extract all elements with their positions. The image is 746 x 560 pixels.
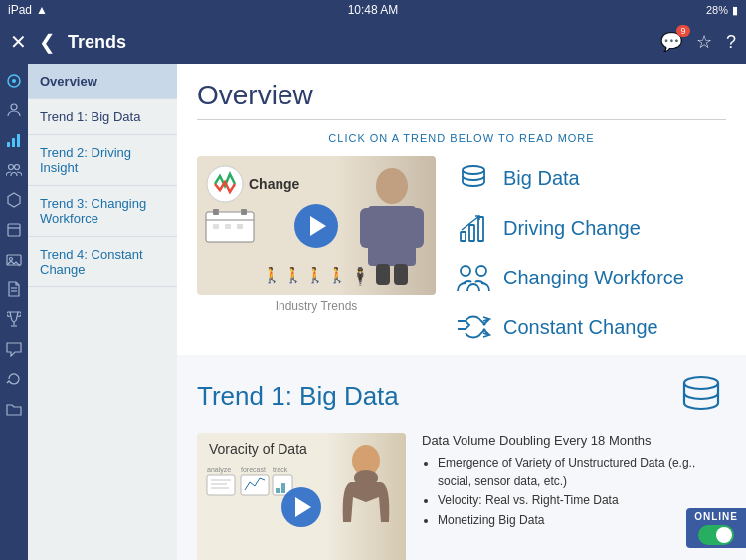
- database-icon: [458, 162, 489, 194]
- overview-video: Change: [197, 156, 436, 313]
- svg-rect-45: [241, 475, 269, 495]
- main-layout: Overview Trend 1: Big Data Trend 2: Driv…: [0, 64, 746, 560]
- sidebar-icon-document[interactable]: [3, 279, 25, 300]
- star-button[interactable]: ☆: [696, 31, 712, 53]
- sidebar-item-trend3[interactable]: Trend 3: Changing Workforce: [28, 186, 177, 237]
- online-label: ONLINE: [694, 511, 738, 522]
- trend1-subtitle: Data Volume Doubling Every 18 Months: [422, 433, 726, 448]
- battery-label: 28%: [706, 4, 728, 16]
- close-button[interactable]: ✕: [10, 30, 27, 54]
- sidebar: Overview Trend 1: Big Data Trend 2: Driv…: [0, 64, 177, 560]
- trend1-database-icon: [676, 371, 726, 421]
- comment-badge: 9: [676, 25, 690, 37]
- sidebar-icon-people[interactable]: [3, 159, 25, 181]
- svg-point-1: [12, 79, 16, 83]
- sidebar-icon-strip: [0, 64, 28, 560]
- sidebar-icon-chat[interactable]: [3, 338, 25, 360]
- header: ✕ ❮ Trends 💬 9 ☆ ?: [0, 20, 746, 64]
- shuffle-icon: [456, 313, 491, 341]
- driving-icon: [456, 210, 491, 246]
- data-sketch: analyze forecast track: [205, 461, 294, 530]
- overview-section: Overview CLICK ON A TREND BELOW TO READ …: [177, 64, 746, 355]
- person2-silhouette: [331, 443, 401, 552]
- svg-rect-4: [12, 138, 15, 147]
- sidebar-icon-home[interactable]: [3, 70, 25, 92]
- trend-link-workforce[interactable]: Changing Workforce: [456, 260, 726, 295]
- people-icon: [456, 262, 491, 293]
- sidebar-icon-chart[interactable]: [3, 129, 25, 151]
- svg-point-38: [684, 377, 718, 389]
- play-triangle: [310, 216, 326, 236]
- sidebar-icon-trophy[interactable]: [3, 308, 25, 330]
- play-button[interactable]: [294, 204, 338, 248]
- svg-rect-33: [461, 232, 466, 241]
- svg-rect-35: [478, 217, 483, 241]
- sidebar-icon-folder[interactable]: [3, 398, 25, 420]
- header-actions: 💬 9 ☆ ?: [660, 31, 736, 53]
- trend1-info: Data Volume Doubling Every 18 Months Eme…: [422, 433, 726, 530]
- bullet-2: Velocity: Real vs. Right-Time Data: [438, 491, 726, 510]
- chart-up-icon: [458, 212, 489, 244]
- trend-link-bigdata[interactable]: Big Data: [456, 160, 726, 196]
- help-button[interactable]: ?: [726, 32, 736, 53]
- svg-point-2: [11, 104, 17, 110]
- svg-rect-48: [276, 488, 280, 493]
- workforce-label: Changing Workforce: [503, 267, 684, 289]
- video-thumbnail[interactable]: Change: [197, 156, 436, 295]
- bullet-1: Emergence of Variety of Unstructured Dat…: [438, 454, 726, 491]
- constant-label: Constant Change: [503, 316, 658, 339]
- svg-rect-3: [7, 142, 10, 147]
- trend1-video: Voracity of Data analyze forecast: [197, 433, 406, 560]
- comment-button[interactable]: 💬 9: [660, 31, 682, 53]
- trend1-section: Trend 1: Big Data Voracity of Data: [177, 355, 746, 560]
- sidebar-item-overview[interactable]: Overview: [28, 64, 177, 99]
- ipad-label: iPad: [8, 3, 32, 17]
- trend1-video-thumb[interactable]: Voracity of Data analyze forecast: [197, 433, 406, 560]
- stick-figure-row: 🚶 🚶 🚶 🚶 🕴️: [262, 266, 371, 287]
- voracity-title: Voracity of Data: [209, 441, 307, 457]
- svg-point-36: [461, 266, 470, 276]
- svg-text:analyze: analyze: [207, 467, 231, 474]
- svg-rect-49: [281, 483, 285, 493]
- svg-point-12: [10, 258, 13, 261]
- svg-marker-8: [8, 193, 20, 207]
- svg-rect-34: [469, 225, 474, 241]
- sidebar-icon-box[interactable]: [3, 219, 25, 241]
- online-badge: ONLINE: [686, 508, 746, 548]
- back-button[interactable]: ❮: [39, 30, 56, 54]
- trend1-body: Voracity of Data analyze forecast: [197, 433, 726, 560]
- trend1-icon: [676, 371, 726, 421]
- content-area: Overview CLICK ON A TREND BELOW TO READ …: [177, 64, 746, 560]
- sidebar-item-trend2[interactable]: Trend 2: Driving Insight: [28, 135, 177, 186]
- svg-point-7: [15, 165, 20, 170]
- sidebar-icon-hex[interactable]: [3, 189, 25, 211]
- svg-text:track: track: [273, 467, 288, 473]
- svg-rect-5: [17, 134, 20, 147]
- overview-divider: [197, 119, 726, 120]
- sidebar-icon-image[interactable]: [3, 249, 25, 271]
- svg-point-32: [463, 166, 484, 174]
- overview-body: Change: [197, 156, 726, 345]
- svg-rect-9: [8, 224, 20, 236]
- trend-link-constant[interactable]: Constant Change: [456, 309, 726, 345]
- toggle-knob: [716, 527, 732, 543]
- driving-label: Driving Change: [503, 217, 641, 240]
- online-toggle[interactable]: [698, 525, 734, 545]
- sidebar-item-trend1[interactable]: Trend 1: Big Data: [28, 99, 177, 135]
- trend1-title: Trend 1: Big Data: [197, 381, 399, 412]
- trend-link-driving[interactable]: Driving Change: [456, 210, 726, 246]
- sidebar-icon-refresh[interactable]: [3, 368, 25, 390]
- sidebar-item-trend4[interactable]: Trend 4: Constant Change: [28, 237, 177, 287]
- wifi-icon: ▲: [36, 3, 48, 17]
- bigdata-icon: [456, 160, 491, 196]
- time: 10:48 AM: [348, 3, 399, 17]
- svg-point-6: [9, 165, 14, 170]
- trend1-bullets: Emergence of Variety of Unstructured Dat…: [422, 454, 726, 530]
- bigdata-label: Big Data: [503, 167, 580, 190]
- svg-text:forecast: forecast: [241, 467, 266, 473]
- battery-icon: ▮: [732, 4, 738, 17]
- sidebar-nav: Overview Trend 1: Big Data Trend 2: Driv…: [28, 64, 177, 560]
- trend1-play-button[interactable]: [281, 487, 321, 527]
- workforce-icon: [456, 260, 491, 295]
- sidebar-icon-person[interactable]: [3, 99, 25, 121]
